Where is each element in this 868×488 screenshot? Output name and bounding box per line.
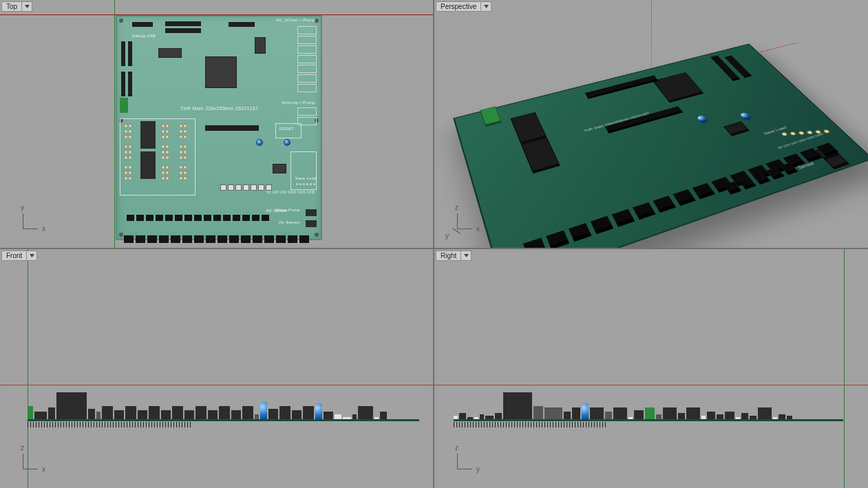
viewport-label: Right [436,251,461,261]
chevron-down-icon [25,5,30,8]
pcb-board-top: AD_DChan / iPump Airpump / iPump [116,15,322,240]
front-elevation [28,383,419,421]
silk-label: Airpump / iPump [282,100,315,105]
axis-z-line [844,249,845,488]
chevron-down-icon [464,254,469,257]
viewport-title-front[interactable]: Front [1,251,37,261]
viewport-label: Perspective [436,1,480,12]
silk-label: RESET [279,127,295,131]
axis-y-line [114,0,115,248]
silk-label: 5V 12V 24V GND GND GND [266,190,315,194]
axis-gizmo: z x [14,445,45,477]
viewport-perspective[interactable]: Perspective [434,0,868,248]
screw-terminal [120,98,128,113]
viewport-label: Top [1,1,21,12]
perspective-scene: Save Load 5V 12V 24V GND GND GND Air Sen… [434,0,868,248]
silk-label: AD_DChan / iPump [276,18,315,22]
right-elevation [454,383,843,421]
chevron-down-icon [484,5,489,8]
viewport-title-top[interactable]: Top [1,1,32,12]
capacitor [284,139,290,146]
viewport-menu-dropdown[interactable] [26,251,37,261]
viewport-menu-dropdown[interactable] [480,1,491,12]
viewport-menu-dropdown[interactable] [461,251,472,261]
capacitor [256,139,263,146]
viewport-title-perspective[interactable]: Perspective [436,1,491,12]
connector-row-top [127,215,269,221]
mcu-chip [205,56,237,88]
axis-gizmo: z y [448,445,480,477]
silk-label: Save Load [295,176,317,180]
viewport-right[interactable]: Right [434,249,868,488]
viewport-title-right[interactable]: Right [436,251,472,261]
viewport-menu-dropdown[interactable] [21,1,32,12]
viewport-front[interactable]: Front [0,249,433,488]
connector-row-bottom [124,235,309,243]
axis-gizmo: y x [14,205,45,237]
silk-label: AD Sensor [266,209,288,213]
axis-z-line [28,249,28,488]
viewport-top[interactable]: Top AD_DChan / iPump [0,0,433,248]
silk-label: Air Sensor [279,220,300,224]
pcb-board-perspective: Save Load 5V 12V 24V GND GND GND Air Sen… [453,43,868,248]
viewport-grid: Top AD_DChan / iPump [0,0,868,488]
viewport-label: Front [1,251,26,261]
chevron-down-icon [30,254,34,257]
pcb-title-silkscreen: THR Main 230x250mm 20221107 [180,106,258,111]
silk-label: Debug USB [132,34,156,38]
